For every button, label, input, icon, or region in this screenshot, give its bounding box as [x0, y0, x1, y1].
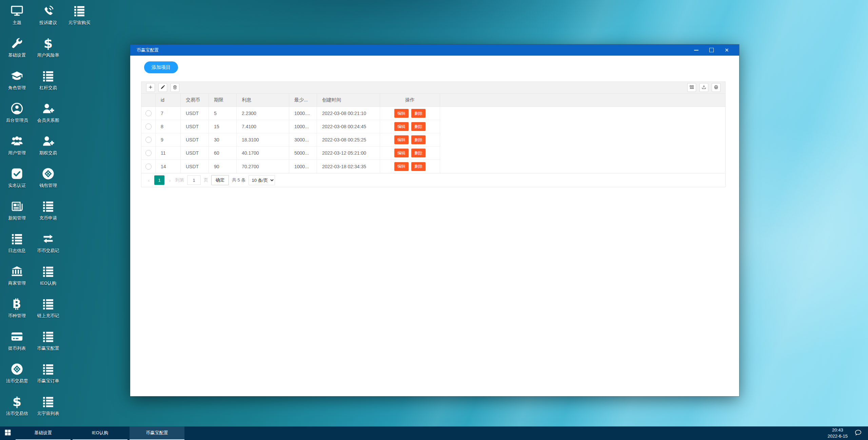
- page-number-button[interactable]: 1: [154, 175, 164, 185]
- taskbar-clock[interactable]: 20:43 2022-6-15: [828, 427, 848, 439]
- desktop-icon[interactable]: B币种管理: [1, 295, 33, 328]
- desktop-icon[interactable]: 后台管理员: [1, 100, 33, 132]
- header-cell: 期限: [209, 94, 237, 107]
- window-controls: ✕: [689, 44, 734, 56]
- desktop-icon[interactable]: 角色管理: [1, 67, 33, 100]
- desktop-icon[interactable]: 法币交易需: [1, 360, 33, 393]
- desktop-icon-label: 币赢宝配置: [37, 345, 59, 351]
- desktop-icon-label: 基础设置: [8, 52, 26, 58]
- wrench-icon: [11, 37, 23, 50]
- dollar-icon: $: [42, 37, 55, 50]
- desktop-icon[interactable]: 元宇宙购买: [64, 2, 95, 35]
- goto-page-input[interactable]: [187, 175, 201, 185]
- delete-button[interactable]: 删除: [411, 149, 426, 157]
- minimize-button[interactable]: [689, 44, 704, 56]
- edit-button[interactable]: 编辑: [394, 162, 409, 171]
- gem-circle-icon: [42, 167, 55, 180]
- desktop-icon[interactable]: 提币列表: [1, 328, 33, 360]
- edit-button[interactable]: [158, 83, 167, 92]
- edit-button[interactable]: 编辑: [394, 149, 409, 157]
- desktop-icon[interactable]: 充币申请: [33, 197, 64, 230]
- start-button[interactable]: [0, 426, 16, 440]
- row-radio[interactable]: [145, 164, 152, 170]
- taskbar-item[interactable]: 币赢宝配置: [130, 426, 184, 440]
- desktop-icon[interactable]: IEO认购: [33, 263, 64, 295]
- row-select-cell: [141, 133, 156, 146]
- row-actions-cell: 编辑删除: [380, 120, 440, 133]
- desktop-icon-label: 用户管理: [8, 150, 26, 156]
- edit-button[interactable]: 编辑: [394, 135, 409, 144]
- chat-bubble-icon: [854, 429, 862, 438]
- row-actions-cell: 编辑删除: [380, 107, 440, 120]
- desktop-icon[interactable]: 期权交易: [33, 132, 64, 165]
- desktop-icon[interactable]: 基础设置: [1, 35, 33, 67]
- list-icon: [42, 199, 55, 213]
- cell-min: 1000...: [289, 120, 317, 133]
- cell-created: 2022-03-08 00:24:45: [317, 120, 380, 133]
- delete-button[interactable]: 删除: [411, 109, 426, 118]
- row-radio[interactable]: [145, 137, 152, 143]
- row-radio[interactable]: [145, 123, 152, 130]
- desktop-icon[interactable]: $用户风险率: [33, 35, 64, 67]
- taskbar-item[interactable]: 基础设置: [16, 426, 71, 440]
- row-actions-cell: 编辑删除: [380, 133, 440, 146]
- page-size-select[interactable]: 10 条/页: [249, 175, 275, 185]
- cell-interest: 70.2700: [237, 160, 289, 173]
- desktop-icon[interactable]: 币赢宝订单: [33, 360, 64, 393]
- action-center-button[interactable]: [854, 429, 862, 438]
- close-button[interactable]: ✕: [719, 44, 734, 56]
- desktop-icon[interactable]: 主题: [1, 2, 33, 35]
- desktop-icon[interactable]: 实名认证: [1, 165, 33, 197]
- toolbar-right-buttons: [687, 83, 721, 92]
- export-button[interactable]: [699, 83, 708, 92]
- trash-button[interactable]: [171, 83, 179, 92]
- cell-created: 2022-03-08 00:21:10: [317, 107, 380, 120]
- table-card: id交易币期限利息最少...创建时间操作 7USDT52.23001000...…: [141, 81, 726, 187]
- edit-icon: [160, 85, 165, 91]
- desktop-icon[interactable]: 新闻管理: [1, 197, 33, 230]
- maximize-icon: [709, 48, 714, 52]
- list-icon: [42, 330, 55, 343]
- desktop-icon[interactable]: 投诉建议: [33, 2, 64, 35]
- delete-button[interactable]: 删除: [411, 162, 426, 171]
- row-select-cell: [141, 107, 156, 120]
- desktop-icon-label: 充币申请: [39, 215, 57, 221]
- delete-button[interactable]: 删除: [411, 135, 426, 144]
- taskbar-item[interactable]: IEO认购: [73, 426, 127, 440]
- row-radio[interactable]: [145, 150, 152, 156]
- cell-coin: USDT: [181, 147, 209, 159]
- columns-button[interactable]: [687, 83, 696, 92]
- cell-id: 8: [156, 120, 181, 133]
- desktop-icon[interactable]: 会员关系图: [33, 100, 64, 132]
- desktop-icon[interactable]: 币币交易记: [33, 230, 64, 263]
- cell-id: 9: [156, 133, 181, 146]
- desktop-icon[interactable]: 商家管理: [1, 263, 33, 295]
- window-titlebar[interactable]: 币赢宝配置 ✕: [130, 44, 739, 56]
- table-header-row: id交易币期限利息最少...创建时间操作: [141, 94, 725, 107]
- edit-button[interactable]: 编辑: [394, 109, 409, 118]
- list-icon: [42, 69, 55, 83]
- delete-button[interactable]: 删除: [411, 122, 426, 131]
- close-icon: ✕: [725, 47, 729, 53]
- desktop-icon[interactable]: 用户管理: [1, 132, 33, 165]
- plus-button[interactable]: [146, 83, 155, 92]
- goto-confirm-button[interactable]: 确定: [211, 175, 229, 185]
- desktop-icon[interactable]: 币赢宝配置: [33, 328, 64, 360]
- desktop-icon[interactable]: 日志信息: [1, 230, 33, 263]
- desktop-icon[interactable]: 元宇宙列表: [33, 393, 64, 425]
- phone-waves-icon: [42, 4, 55, 18]
- cell-term: 5: [209, 107, 237, 120]
- prev-page-button[interactable]: ‹: [146, 177, 151, 183]
- desktop-icon[interactable]: $法币交易信: [1, 393, 33, 425]
- row-radio[interactable]: [145, 110, 152, 116]
- edit-button[interactable]: 编辑: [394, 122, 409, 131]
- desktop-icon[interactable]: 钱包管理: [33, 165, 64, 197]
- desktop-icon[interactable]: 链上充币记: [33, 295, 64, 328]
- add-item-button[interactable]: 添加项目: [144, 61, 178, 73]
- table-row: 9USDT3018.31003000...2022-03-08 00:25:25…: [141, 133, 440, 147]
- maximize-button[interactable]: [704, 44, 719, 56]
- print-button[interactable]: [712, 83, 721, 92]
- next-page-button[interactable]: ›: [167, 177, 172, 183]
- user-plus-icon: [42, 134, 55, 148]
- desktop-icon[interactable]: 杠杆交易: [33, 67, 64, 100]
